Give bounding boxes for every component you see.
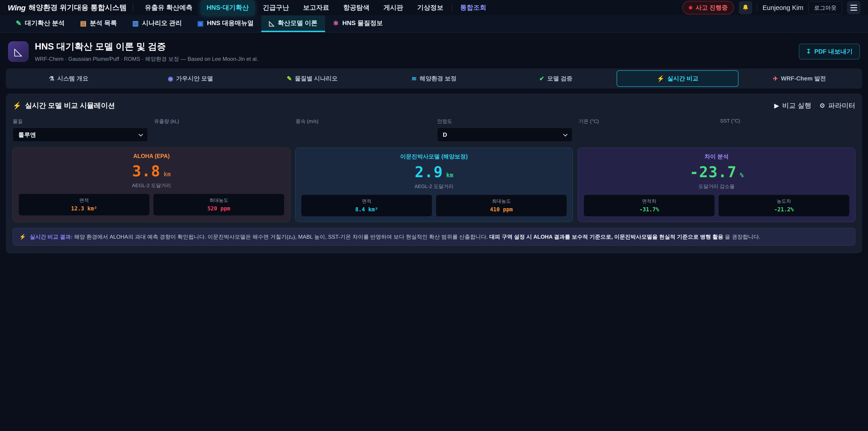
wind-speed-input[interactable] (296, 128, 431, 142)
stat-value: 12.3 km² (19, 206, 149, 212)
nav-item-integrated-search[interactable]: 통합조회 (454, 0, 492, 15)
card-value-row: 3.8 km (19, 162, 284, 180)
parameters-button[interactable]: ⚙ 파라미터 (819, 101, 855, 110)
card-title: 이문진박사모델 (해양보정) (301, 153, 567, 160)
nav-item-weather-info[interactable]: 기상정보 (411, 0, 450, 15)
field-stability: 안정도 D (437, 118, 572, 142)
wave-icon: ≋ (412, 75, 417, 82)
pencil-icon: ✎ (16, 19, 22, 27)
card-value: 2.9 (415, 163, 443, 181)
play-icon: ▶ (774, 102, 779, 110)
page-header-text: HNS 대기확산 모델 이론 및 검증 WRF-Chem · Gaussian … (35, 40, 258, 63)
stat-label: 면적 (301, 198, 432, 204)
topnav-right: 사고 진행중 Eunjeong Kim 로그아웃 (682, 1, 860, 14)
field-label: SST (°C) (720, 118, 855, 124)
nav-item-aerial-search[interactable]: 항공탐색 (338, 0, 375, 15)
realtime-comparison-panel: ⚡ 실시간 모델 비교 시뮬레이션 ▶ 비교 실행 ⚙ 파라미터 물질 톨루엔 (6, 94, 862, 253)
brand: Wing 해양환경 위기대응 통합시스템 (8, 3, 127, 13)
tab-system-overview[interactable]: ⚗ 시스템 개요 (8, 70, 129, 87)
card-title: ALOHA (EPA) (19, 153, 284, 159)
subnav-item-model-theory[interactable]: ◺ 확산모델 이론 (261, 16, 325, 32)
incident-status-label: 사고 진행중 (695, 4, 728, 12)
card-caption: AEGL-2 도달거리 (19, 182, 284, 189)
subnav-label: 분석 목록 (90, 19, 117, 27)
subnav-label: 확산모델 이론 (278, 19, 318, 27)
comparison-result-note: ⚡ 실시간 비교 결과: 해양 환경에서 ALOHA의 과대 예측 경향이 확인… (13, 228, 855, 246)
main-menu: 유출유 확산예측 HNS·대기확산 긴급구난 보고자료 항공탐색 게시판 기상정… (139, 0, 492, 15)
brand-logo: Wing (8, 3, 26, 12)
divider (452, 4, 452, 11)
subnav-item-hns-substance-info[interactable]: ⚛ HNS 물질정보 (325, 16, 391, 32)
nav-item-hns-atmospheric[interactable]: HNS·대기확산 (201, 0, 255, 15)
card-value-row: 2.9 km (301, 163, 567, 181)
stat-value: 410 ppm (436, 206, 567, 213)
ruler-icon: ◺ (269, 19, 274, 27)
status-dot-icon (689, 6, 692, 9)
tab-substance-scenarios[interactable]: ✎ 물질별 시나리오 (251, 70, 373, 87)
tab-marine-correction[interactable]: ≋ 해양환경 보정 (373, 70, 495, 87)
user-name: Eunjeong Kim (763, 4, 803, 11)
stat-value: -21.2% (719, 206, 849, 213)
nav-item-board[interactable]: 게시판 (378, 0, 409, 15)
card-difference-analysis: 차이 분석 -23.7 % 도달거리 감소율 면적차 -31.7% 농도차 -2… (578, 148, 855, 222)
check-icon: ✔ (539, 75, 544, 82)
stat-area-difference: 면적차 -31.7% (584, 195, 715, 216)
field-label: 안정도 (437, 118, 572, 125)
tab-label: 모델 검증 (547, 74, 572, 83)
stat-label: 면적 (19, 197, 149, 204)
nav-item-oil-spill-forecast[interactable]: 유출유 확산예측 (139, 0, 198, 15)
stat-area: 면적 8.4 km² (301, 195, 432, 216)
subnav-item-scenario-management[interactable]: ▥ 시나리오 관리 (125, 16, 189, 32)
stat-label: 최대농도 (153, 197, 284, 204)
note-strong: 대피 구역 설정 시 ALOHA 결과를 보수적 기준으로, 이문진박사모델을 … (489, 234, 723, 240)
bell-icon (742, 4, 749, 11)
divider (133, 3, 133, 12)
subnav-label: 대기확산 분석 (25, 19, 65, 27)
panel-actions: ▶ 비교 실행 ⚙ 파라미터 (774, 101, 855, 110)
card-stats: 면적 12.3 km² 최대농도 520 ppm (19, 194, 284, 215)
stat-concentration-difference: 농도차 -21.2% (719, 195, 849, 216)
substance-select[interactable]: 톨루엔 (13, 128, 148, 142)
pdf-export-button[interactable]: ↧ PDF 내보내기 (799, 43, 860, 59)
parameters-label: 파라미터 (828, 101, 855, 110)
tab-gaussian-model[interactable]: ◉ 가우시안 모델 (129, 70, 251, 87)
stat-max-concentration: 최대농도 520 ppm (153, 194, 284, 215)
lightning-icon: ⚡ (657, 75, 664, 82)
stat-value: 8.4 km² (301, 206, 432, 213)
spill-volume-input[interactable] (154, 128, 289, 142)
tab-model-validation[interactable]: ✔ 모델 검증 (495, 70, 617, 87)
subnav-item-dispersion-analysis[interactable]: ✎ 대기확산 분석 (8, 16, 72, 32)
air-temp-input[interactable] (579, 128, 714, 142)
pdf-export-label: PDF 내보내기 (814, 48, 852, 56)
ruler-icon: ◺ (8, 41, 29, 62)
tab-realtime-comparison[interactable]: ⚡ 실시간 비교 (617, 70, 739, 87)
field-label: 물질 (13, 118, 148, 125)
logout-button[interactable]: 로그아웃 (808, 1, 842, 14)
tab-label: 실시간 비교 (667, 74, 698, 83)
field-spill-volume: 유출량 (kL) (154, 118, 289, 142)
stat-label: 농도차 (719, 198, 849, 204)
sub-navigation: ✎ 대기확산 분석 ▤ 분석 목록 ▥ 시나리오 관리 ▣ HNS 대응매뉴얼 … (0, 16, 868, 33)
tab-label: 물질별 시나리오 (295, 74, 338, 83)
tab-wrf-chem[interactable]: ✈ WRF-Chem 발전 (739, 70, 860, 87)
card-caption: AEGL-2 도달거리 (301, 183, 567, 190)
menu-button[interactable] (847, 1, 860, 14)
subnav-item-hns-manual[interactable]: ▣ HNS 대응매뉴얼 (189, 16, 261, 32)
lightning-icon: ⚡ (13, 101, 22, 110)
result-cards: ALOHA (EPA) 3.8 km AEGL-2 도달거리 면적 12.3 k… (13, 148, 855, 222)
stability-select[interactable]: D (437, 128, 572, 142)
note-prefix: 실시간 비교 결과: (30, 234, 72, 240)
subnav-item-analysis-list[interactable]: ▤ 분석 목록 (72, 16, 125, 32)
panel-title: ⚡ 실시간 모델 비교 시뮬레이션 (13, 101, 115, 110)
nav-item-emergency-rescue[interactable]: 긴급구난 (257, 0, 295, 15)
top-navigation: Wing 해양환경 위기대응 통합시스템 유출유 확산예측 HNS·대기확산 긴… (0, 0, 868, 16)
sst-input[interactable] (720, 127, 855, 141)
incident-status-badge[interactable]: 사고 진행중 (682, 1, 734, 14)
run-comparison-button[interactable]: ▶ 비교 실행 (774, 101, 811, 110)
nav-item-reports[interactable]: 보고자료 (297, 0, 335, 15)
notifications-button[interactable] (739, 1, 752, 14)
book-icon: ▣ (197, 19, 204, 27)
note-body: 해양 환경에서 ALOHA의 과대 예측 경향이 확인됩니다. 이문진박사모델은… (74, 234, 489, 240)
stat-value: 520 ppm (153, 206, 284, 212)
card-title: 차이 분석 (584, 153, 849, 160)
